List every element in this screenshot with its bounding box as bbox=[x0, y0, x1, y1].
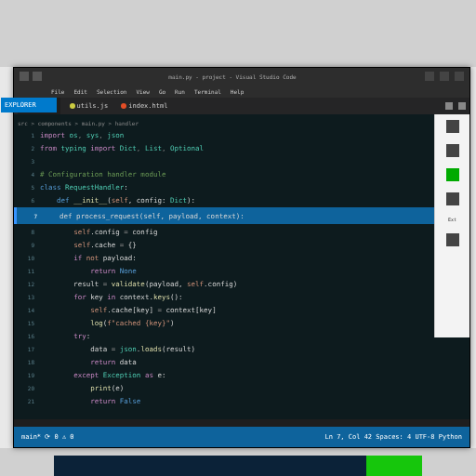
code-line[interactable]: 15 log(f"cached {key}") bbox=[18, 316, 464, 329]
line-number: 7 bbox=[20, 213, 37, 219]
menu-edit[interactable]: Edit bbox=[73, 88, 86, 95]
breadcrumb[interactable]: src > components > main.py > handler bbox=[18, 118, 464, 128]
code-line[interactable]: 6 def __init__(self, config: Dict): bbox=[18, 193, 464, 206]
ext-icon-label: Ext bbox=[448, 217, 456, 222]
line-number: 12 bbox=[18, 281, 34, 287]
right-dock: Ext bbox=[434, 114, 469, 337]
token: self bbox=[90, 306, 107, 314]
line-number: 21 bbox=[18, 398, 34, 404]
line-number: 17 bbox=[18, 346, 34, 352]
line-number: 16 bbox=[18, 333, 34, 339]
taskbar-accent bbox=[366, 456, 422, 476]
menu-terminal[interactable]: Terminal bbox=[194, 88, 221, 95]
menu-compact-icon[interactable] bbox=[33, 72, 42, 81]
token bbox=[40, 319, 90, 327]
code-line[interactable]: 9 self.cache = {} bbox=[18, 238, 464, 251]
code-line[interactable]: 16 try: bbox=[18, 329, 464, 342]
line-number: 2 bbox=[18, 145, 34, 152]
gear-icon[interactable] bbox=[446, 233, 459, 246]
tab-index-html[interactable]: index.html bbox=[117, 98, 171, 114]
close-button[interactable] bbox=[455, 72, 464, 81]
status-right[interactable]: Ln 7, Col 42 Spaces: 4 UTF-8 Python bbox=[324, 433, 462, 441]
token bbox=[40, 306, 90, 314]
tab-bar: main.pyutils.jsindex.html bbox=[14, 98, 469, 114]
token: except bbox=[73, 371, 103, 379]
token bbox=[40, 397, 90, 405]
code-line[interactable]: 5class RequestHandler: bbox=[18, 180, 464, 193]
account-icon[interactable] bbox=[446, 120, 459, 133]
tab-utils-js[interactable]: utils.js bbox=[66, 98, 112, 114]
bell-icon[interactable] bbox=[446, 144, 459, 157]
line-number: 19 bbox=[18, 372, 34, 378]
token: , config: bbox=[128, 196, 170, 205]
token: ): bbox=[187, 196, 195, 205]
token: ) bbox=[170, 319, 175, 327]
token: json bbox=[120, 345, 137, 353]
token: import bbox=[86, 144, 120, 152]
selected-line-text: def process_request(self, payload, conte… bbox=[43, 212, 245, 220]
code-line[interactable]: 21 return False bbox=[18, 394, 464, 407]
menu-run[interactable]: Run bbox=[175, 88, 185, 95]
token bbox=[40, 384, 90, 392]
check-icon[interactable] bbox=[446, 168, 459, 181]
status-left[interactable]: main* ⟳ 0 ⚠ 0 bbox=[21, 433, 74, 441]
menu-selection[interactable]: Selection bbox=[97, 88, 127, 95]
titlebar[interactable]: main.py - project - Visual Studio Code bbox=[14, 68, 469, 85]
code-line[interactable]: 1import os, sys, json bbox=[18, 128, 464, 141]
selected-line[interactable]: 7 def process_request(self, payload, con… bbox=[14, 207, 469, 224]
code-line[interactable]: 14 self.cache[key] = context[key] bbox=[18, 303, 464, 316]
token: RequestHandler bbox=[65, 183, 124, 192]
line-number: 20 bbox=[18, 385, 34, 391]
token: context. bbox=[120, 293, 153, 301]
os-taskbar[interactable] bbox=[54, 456, 422, 476]
token: .cache bbox=[90, 241, 120, 249]
code-line[interactable]: 19 except Exception as e: bbox=[18, 368, 464, 381]
code-line[interactable]: 8 self.config = config bbox=[18, 225, 464, 238]
more-actions-icon[interactable] bbox=[458, 102, 466, 110]
code-line[interactable]: 3 bbox=[18, 154, 464, 167]
token: : bbox=[124, 183, 128, 192]
code-line[interactable]: 4# Configuration handler module bbox=[18, 167, 464, 180]
line-number: 4 bbox=[18, 171, 34, 178]
sidebar-explorer-header[interactable]: EXPLORER bbox=[1, 98, 57, 112]
token: self bbox=[187, 280, 204, 288]
menu-view[interactable]: View bbox=[136, 88, 149, 95]
menu-file[interactable]: File bbox=[51, 88, 64, 95]
code-line[interactable]: 13 for key in context.keys(): bbox=[18, 290, 464, 303]
code-line[interactable]: 18 return data bbox=[18, 355, 464, 368]
line-number: 18 bbox=[18, 359, 34, 365]
line-number: 3 bbox=[18, 158, 34, 165]
token: False bbox=[120, 397, 141, 405]
menu-go[interactable]: Go bbox=[159, 88, 165, 95]
line-number: 9 bbox=[18, 242, 34, 248]
ext-icon[interactable] bbox=[446, 192, 459, 205]
code-line[interactable]: 20 print(e) bbox=[18, 381, 464, 394]
token: from bbox=[40, 144, 61, 152]
minimize-button[interactable] bbox=[425, 72, 434, 81]
code-line[interactable]: 10 if not payload: bbox=[18, 251, 464, 264]
code-line[interactable]: 17 data = json.loads(result) bbox=[18, 342, 464, 355]
token: data bbox=[120, 358, 137, 366]
code-editor[interactable]: src > components > main.py > handler 1im… bbox=[14, 114, 469, 419]
token bbox=[40, 332, 73, 340]
line-number: 15 bbox=[18, 320, 34, 326]
token: log bbox=[90, 319, 103, 327]
token: if bbox=[73, 254, 86, 262]
maximize-button[interactable] bbox=[440, 72, 449, 81]
app-window: main.py - project - Visual Studio Code F… bbox=[13, 67, 470, 448]
tab-label: utils.js bbox=[77, 102, 109, 110]
token: (): bbox=[170, 293, 183, 301]
token bbox=[40, 267, 90, 275]
token: Dict bbox=[120, 144, 137, 152]
code-line[interactable]: 12 result = validate(payload, self.confi… bbox=[18, 277, 464, 290]
line-number: 6 bbox=[18, 197, 34, 204]
code-line[interactable]: 2from typing import Dict, List, Optional bbox=[18, 141, 464, 154]
split-editor-icon[interactable] bbox=[445, 102, 453, 110]
token: {} bbox=[128, 241, 137, 249]
menu-help[interactable]: Help bbox=[231, 88, 244, 95]
token: return bbox=[90, 267, 120, 275]
status-bar[interactable]: main* ⟳ 0 ⚠ 0 Ln 7, Col 42 Spaces: 4 UTF… bbox=[14, 427, 469, 447]
token: not bbox=[86, 254, 99, 262]
token: import bbox=[40, 131, 70, 139]
code-line[interactable]: 11 return None bbox=[18, 264, 464, 277]
